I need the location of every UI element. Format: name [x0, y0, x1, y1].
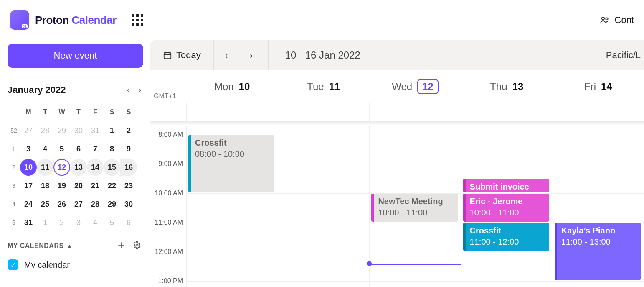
day-header[interactable]: Thu 13 — [461, 70, 553, 102]
mini-day[interactable]: 16 — [120, 159, 137, 176]
mini-day[interactable]: 5 — [104, 214, 120, 231]
mini-day[interactable]: 31 — [20, 214, 37, 231]
day-column[interactable]: Kayla’s Piano11:00 - 13:00 — [553, 126, 644, 287]
contacts-icon[interactable] — [600, 15, 610, 25]
mini-day[interactable]: 29 — [104, 196, 120, 213]
day-column[interactable]: Submit invoiceEric - Jerome10:00 - 11:00… — [461, 126, 553, 287]
day-header[interactable]: Tue 11 — [278, 70, 369, 102]
mini-day[interactable]: 8 — [104, 141, 120, 157]
event-time: 11:00 - 13:00 — [561, 236, 636, 248]
app-logo[interactable]: Proton Calendar — [10, 10, 117, 30]
sidebar: New event January 2022 ‹ › MTWTFSS522728… — [0, 40, 150, 287]
day-column[interactable]: Crossfit08:00 - 10:00 — [186, 126, 278, 287]
mini-dow: F — [87, 108, 104, 116]
mini-prev-month-icon[interactable]: ‹ — [127, 86, 129, 95]
mini-month-label: January 2022 — [8, 85, 66, 95]
calendar-settings-icon[interactable] — [133, 241, 141, 251]
svg-point-0 — [601, 17, 604, 20]
svg-point-1 — [606, 18, 608, 20]
mini-day[interactable]: 17 — [20, 177, 37, 194]
mini-day[interactable]: 11 — [37, 159, 53, 176]
day-column[interactable] — [278, 126, 369, 287]
mini-day[interactable]: 5 — [53, 141, 70, 157]
mini-day[interactable]: 23 — [120, 177, 137, 194]
day-header[interactable]: Fri 14 — [553, 70, 644, 102]
calendar-event[interactable]: Eric - Jerome10:00 - 11:00 — [463, 193, 549, 222]
day-column[interactable]: NewTec Meeting10:00 - 11:00 — [369, 126, 461, 287]
timezone-label[interactable]: Pacific/L — [606, 50, 644, 61]
mini-day[interactable]: 29 — [53, 122, 70, 139]
mini-day[interactable]: 2 — [120, 122, 137, 139]
mini-day[interactable]: 25 — [37, 196, 53, 213]
add-calendar-icon[interactable] — [117, 241, 125, 251]
calendar-event[interactable]: Crossfit11:00 - 12:00 — [463, 223, 549, 251]
mini-day[interactable]: 1 — [37, 214, 53, 231]
mini-day[interactable]: 24 — [20, 196, 37, 213]
mini-day[interactable]: 9 — [120, 141, 137, 157]
dow-label: Tue — [307, 81, 324, 92]
calendar-checkbox[interactable]: ✓ — [8, 259, 18, 270]
app-header: Proton Calendar Cont — [0, 0, 644, 40]
calendar-event[interactable]: NewTec Meeting10:00 - 11:00 — [371, 193, 457, 222]
mini-day[interactable]: 28 — [37, 122, 53, 139]
mini-day[interactable]: 30 — [120, 196, 137, 213]
mini-day[interactable]: 3 — [70, 214, 87, 231]
mini-calendar[interactable]: MTWTFSS522728293031121345678921011121314… — [8, 103, 141, 232]
mini-day[interactable]: 31 — [87, 122, 104, 139]
day-number: 14 — [601, 81, 612, 92]
mini-day[interactable]: 21 — [87, 177, 104, 194]
mini-day[interactable]: 20 — [70, 177, 87, 194]
calendar-event[interactable]: Crossfit08:00 - 10:00 — [188, 135, 274, 192]
calendar-name: My calendar — [24, 260, 70, 270]
contacts-label[interactable]: Cont — [615, 15, 634, 26]
mini-day[interactable]: 6 — [70, 141, 87, 157]
mini-day[interactable]: 22 — [104, 177, 120, 194]
header-right: Cont — [600, 15, 634, 26]
svg-point-2 — [136, 244, 138, 246]
calendar-toolbar: Today ‹ › 10 - 16 Jan 2022 Pacific/L — [150, 40, 644, 70]
my-calendars-header[interactable]: MY CALENDARS ▲ — [8, 241, 141, 251]
day-header[interactable]: Mon 10 — [186, 70, 278, 102]
mini-day[interactable]: 28 — [87, 196, 104, 213]
mini-next-month-icon[interactable]: › — [139, 86, 141, 95]
time-label: 12:00 AM — [155, 248, 183, 256]
mini-calendar-header: January 2022 ‹ › — [8, 85, 141, 95]
dow-label: Thu — [490, 81, 507, 92]
new-event-button[interactable]: New event — [8, 44, 143, 68]
calendar-icon — [163, 51, 172, 60]
mini-day[interactable]: 7 — [87, 141, 104, 157]
mini-day[interactable]: 10 — [20, 159, 37, 176]
calendar-event[interactable]: Kayla’s Piano11:00 - 13:00 — [555, 223, 641, 280]
gmt-label: GMT+1 — [154, 92, 176, 100]
mini-day[interactable]: 19 — [53, 177, 70, 194]
day-header[interactable]: Wed 12 — [369, 70, 461, 102]
event-title: Crossfit — [470, 225, 545, 236]
mini-day[interactable]: 1 — [104, 122, 120, 139]
mini-day[interactable]: 12 — [53, 159, 70, 176]
mini-day[interactable]: 14 — [87, 159, 104, 176]
mini-day[interactable]: 15 — [104, 159, 120, 176]
today-button[interactable]: Today — [150, 40, 214, 70]
mini-day[interactable]: 26 — [53, 196, 70, 213]
mini-day[interactable]: 27 — [20, 122, 37, 139]
mini-day[interactable]: 18 — [37, 177, 53, 194]
calendar-event[interactable]: Submit invoice — [463, 179, 549, 192]
time-grid[interactable]: 8:00 AM9:00 AM10:00 AM11:00 AM12:00 AM1:… — [150, 126, 644, 287]
calendar-list-item[interactable]: ✓ My calendar — [8, 259, 143, 270]
mini-day[interactable]: 2 — [53, 214, 70, 231]
mini-day[interactable]: 4 — [87, 214, 104, 231]
prev-week-icon[interactable]: ‹ — [214, 40, 239, 70]
time-label: 9:00 AM — [158, 160, 183, 168]
collapse-icon[interactable]: ▲ — [67, 243, 72, 249]
app-switcher-icon[interactable] — [132, 14, 143, 26]
mini-day[interactable]: 27 — [70, 196, 87, 213]
mini-week-number: 3 — [8, 182, 20, 189]
next-week-icon[interactable]: › — [239, 40, 264, 70]
my-calendars-label: MY CALENDARS — [8, 242, 64, 250]
mini-day[interactable]: 3 — [20, 141, 37, 157]
mini-day[interactable]: 4 — [37, 141, 53, 157]
mini-day[interactable]: 30 — [70, 122, 87, 139]
event-title: Kayla’s Piano — [561, 225, 636, 236]
mini-day[interactable]: 6 — [120, 214, 137, 231]
mini-day[interactable]: 13 — [70, 159, 87, 176]
